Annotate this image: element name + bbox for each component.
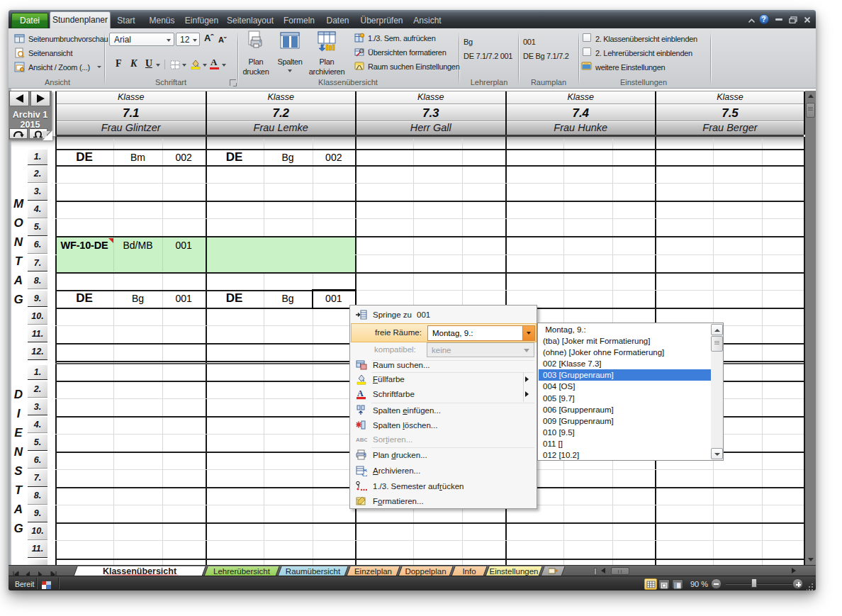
svg-text:ABC: ABC <box>356 437 367 443</box>
svg-text:A: A <box>357 388 364 398</box>
